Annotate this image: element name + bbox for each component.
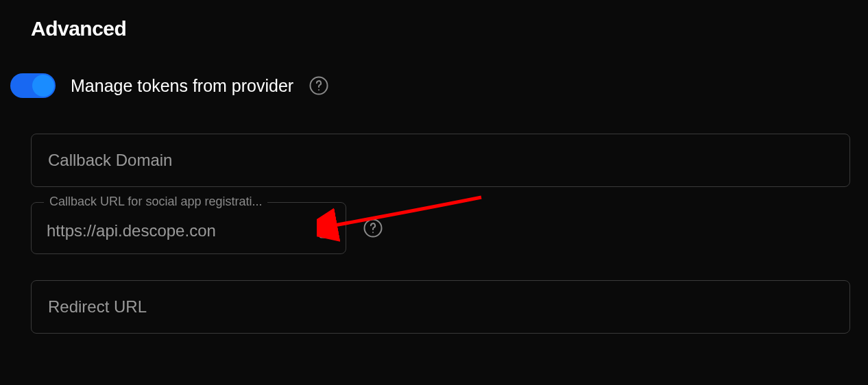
callback-url-field[interactable]: Callback URL for social app registrati..… [31, 202, 346, 254]
toggle-knob [32, 75, 54, 97]
manage-tokens-label: Manage tokens from provider [71, 76, 293, 96]
toggle-row: Manage tokens from provider [10, 73, 837, 98]
manage-tokens-toggle[interactable] [10, 73, 56, 98]
callback-url-value: https://api.descope.con [47, 221, 303, 240]
redirect-url-field[interactable]: Redirect URL [31, 280, 850, 334]
redirect-url-placeholder: Redirect URL [48, 297, 147, 316]
callback-domain-field[interactable]: Callback Domain [31, 134, 850, 187]
callback-url-legend: Callback URL for social app registrati..… [44, 195, 267, 209]
callback-domain-placeholder: Callback Domain [48, 151, 172, 170]
callback-url-row: Callback URL for social app registrati..… [31, 202, 837, 254]
svg-point-4 [372, 232, 374, 233]
help-icon[interactable] [309, 75, 329, 96]
svg-rect-2 [320, 228, 329, 238]
help-icon[interactable] [363, 218, 383, 238]
svg-point-1 [318, 89, 320, 90]
section-title: Advanced [31, 17, 837, 40]
copy-icon[interactable] [311, 219, 335, 243]
